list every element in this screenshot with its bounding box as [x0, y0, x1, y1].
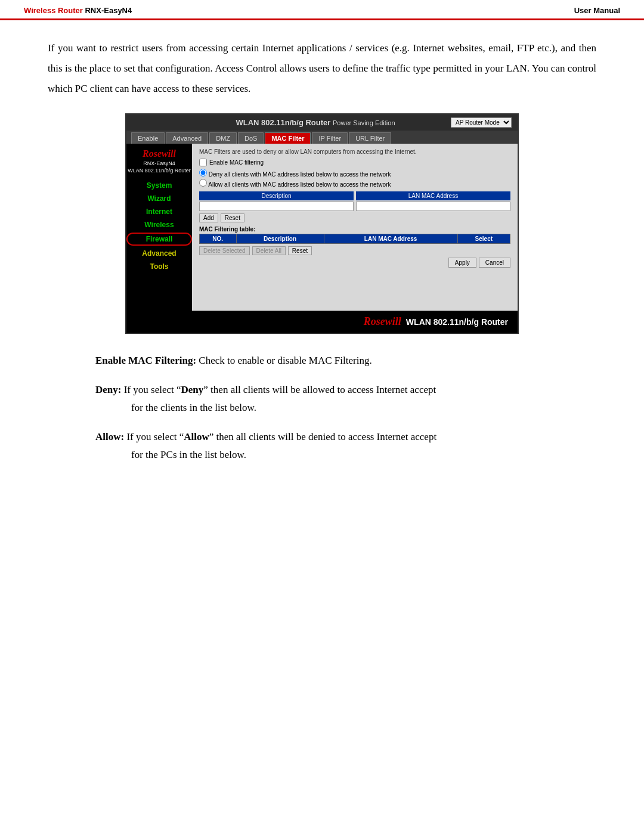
router-title-main: WLAN 802.11n/b/g Router	[236, 118, 330, 127]
panel-description: MAC Filters are used to deny or allow LA…	[199, 148, 510, 155]
filter-table-label: MAC Filtering table:	[199, 226, 510, 233]
table-col-mac: LAN MAC Address	[324, 234, 457, 244]
add-reset-row: Add Reset	[199, 213, 510, 222]
header-manual: User Manual	[574, 6, 620, 15]
router-title: WLAN 802.11n/b/g Router Power Saving Edi…	[180, 118, 451, 127]
desc-section: Enable MAC Filtering: Check to enable or…	[48, 352, 596, 465]
tab-dmz[interactable]: DMZ	[209, 132, 237, 144]
table-col-desc: Description	[236, 234, 324, 244]
delete-selected-button[interactable]: Delete Selected	[199, 246, 250, 255]
router-sidebar: Rosewill RNX-EasyN4 WLAN 802.11n/b/g Rou…	[126, 144, 192, 311]
sidebar-item-internet[interactable]: Internet	[126, 205, 192, 218]
router-nav-tabs: Enable Advanced DMZ DoS MAC Filter IP Fi…	[126, 131, 518, 144]
table-col-select: Select	[457, 234, 510, 244]
col-mac-address: LAN MAC Address	[356, 191, 510, 200]
header-brand: Wireless Router	[24, 6, 83, 15]
tab-mac-filter[interactable]: MAC Filter	[265, 132, 311, 144]
main-content: If you want to restrict users from acces…	[0, 20, 644, 488]
apply-cancel-row: Apply Cancel	[199, 258, 510, 268]
sidebar-logo: Rosewill	[143, 148, 176, 159]
router-body: Rosewill RNX-EasyN4 WLAN 802.11n/b/g Rou…	[126, 144, 518, 311]
col-description: Description	[199, 191, 354, 200]
term-allow: Allow:	[95, 431, 124, 442]
enable-mac-row: Enable MAC filtering	[199, 159, 510, 166]
table-col-no: NO.	[200, 234, 237, 244]
enable-mac-checkbox[interactable]	[199, 159, 207, 166]
sidebar-item-advanced[interactable]: Advanced	[126, 247, 192, 260]
desc-allow-text: If you select “Allow” then all clients w…	[126, 431, 436, 442]
add-button[interactable]: Add	[199, 213, 218, 222]
sidebar-item-wireless[interactable]: Wireless	[126, 218, 192, 231]
tab-url-filter[interactable]: URL Filter	[349, 132, 391, 144]
header-model: RNX-EasyN4	[85, 6, 132, 15]
desc-deny-indent: for the clients in the list below.	[131, 399, 549, 417]
tab-ip-filter[interactable]: IP Filter	[312, 132, 348, 144]
doc-header: Wireless Router RNX-EasyN4 User Manual	[0, 0, 644, 20]
router-footer: Rosewill WLAN 802.11n/b/g Router	[126, 311, 518, 333]
tab-advanced[interactable]: Advanced	[166, 132, 208, 144]
desc-enable-text: Check to enable or disable MAC Filtering…	[199, 355, 371, 366]
delete-all-button[interactable]: Delete All	[252, 246, 286, 255]
tab-enable[interactable]: Enable	[131, 132, 165, 144]
filter-table: NO. Description LAN MAC Address Select	[199, 234, 510, 244]
apply-button[interactable]: Apply	[448, 258, 476, 268]
reset2-button[interactable]: Reset	[288, 246, 312, 255]
sidebar-model: RNX-EasyN4 WLAN 802.11n/b/g Router	[128, 160, 191, 174]
sidebar-item-tools[interactable]: Tools	[126, 260, 192, 273]
header-left: Wireless Router RNX-EasyN4	[24, 6, 132, 15]
description-input[interactable]	[199, 202, 354, 211]
radio-deny-label: Deny all clients with MAC address listed…	[199, 169, 510, 178]
desc-deny: Deny: If you select “Deny” then all clie…	[95, 381, 549, 417]
sidebar-item-wizard[interactable]: Wizard	[126, 192, 192, 205]
mac-address-input[interactable]	[356, 202, 510, 211]
radio-allow[interactable]	[199, 179, 207, 187]
desc-allow: Allow: If you select “Allow” then all cl…	[95, 428, 549, 465]
intro-paragraph: If you want to restrict users from acces…	[48, 38, 596, 99]
desc-enable: Enable MAC Filtering: Check to enable or…	[95, 352, 549, 370]
footer-model: WLAN 802.11n/b/g Router	[406, 317, 508, 327]
router-title-sub: Power Saving Edition	[333, 119, 395, 126]
radio-allow-label: Allow all clients with MAC address liste…	[199, 179, 510, 188]
term-enable: Enable MAC Filtering:	[95, 355, 196, 366]
sidebar-item-system[interactable]: System	[126, 179, 192, 192]
footer-logo: Rosewill	[364, 315, 401, 328]
router-main-panel: MAC Filters are used to deny or allow LA…	[192, 144, 518, 311]
radio-deny[interactable]	[199, 169, 207, 176]
reset-button[interactable]: Reset	[221, 213, 244, 222]
desc-allow-indent: for the PCs in the list below.	[131, 446, 549, 465]
router-screenshot: WLAN 802.11n/b/g Router Power Saving Edi…	[125, 113, 519, 334]
mac-input-row	[199, 202, 510, 211]
cancel-button[interactable]: Cancel	[479, 258, 510, 268]
router-title-bar: WLAN 802.11n/b/g Router Power Saving Edi…	[126, 114, 518, 131]
ap-mode-select[interactable]: AP Router Mode	[451, 117, 512, 128]
mac-input-header: Description LAN MAC Address	[199, 191, 510, 200]
term-deny: Deny:	[95, 384, 121, 395]
desc-deny-text: If you select “Deny” then all clients wi…	[124, 384, 436, 395]
radio-group: Deny all clients with MAC address listed…	[199, 169, 510, 188]
tab-dos[interactable]: DoS	[238, 132, 264, 144]
bottom-buttons: Delete Selected Delete All Reset	[199, 246, 510, 255]
router-ui: WLAN 802.11n/b/g Router Power Saving Edi…	[126, 114, 518, 333]
sidebar-item-firewall[interactable]: Firewall	[126, 233, 192, 246]
enable-mac-label: Enable MAC filtering	[209, 159, 264, 166]
